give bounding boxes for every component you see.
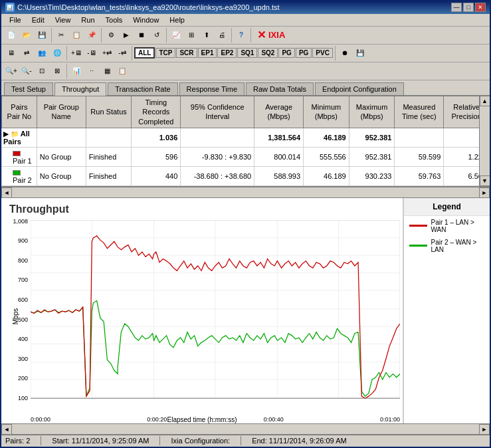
- restart-button[interactable]: ↺: [149, 28, 164, 43]
- status-sep3: [241, 436, 241, 445]
- proto-pvc[interactable]: PVC: [312, 48, 333, 58]
- proto-pg2[interactable]: PG: [296, 48, 312, 58]
- legend-btn[interactable]: 📋: [115, 64, 130, 78]
- table-button[interactable]: ⊞: [184, 28, 199, 43]
- h-scroll-track: [12, 187, 479, 197]
- cell-pair2-confidence: -38.680 : +38.680: [181, 166, 254, 185]
- zoom-in-btn[interactable]: 🔍+: [4, 64, 19, 78]
- zoom-select-btn[interactable]: ⊠: [50, 64, 64, 78]
- close-button[interactable]: ✕: [475, 3, 486, 12]
- sep6: [66, 46, 67, 60]
- stop-button[interactable]: ⏹: [134, 28, 149, 43]
- chart-scroll-right[interactable]: ►: [479, 424, 490, 435]
- paste-button[interactable]: 📌: [84, 28, 99, 43]
- proto-ep2[interactable]: EP2: [217, 48, 237, 58]
- group-icon[interactable]: 👥: [35, 46, 49, 60]
- proto-pg[interactable]: PG: [278, 48, 294, 58]
- bar-btn[interactable]: ▦: [100, 64, 114, 78]
- record-btn[interactable]: ⏺: [338, 46, 352, 60]
- tab-test-setup[interactable]: Test Setup: [4, 82, 53, 95]
- results-table: PairsPair No Pair GroupName Run Status T…: [1, 96, 490, 186]
- proto-scr[interactable]: SCR: [176, 48, 197, 58]
- menu-file[interactable]: File: [4, 15, 27, 25]
- ixia-logo: IXIA: [268, 30, 285, 40]
- table-row[interactable]: Pair 1 No Group Finished 596 -9.830 : +9…: [2, 147, 490, 166]
- tab-endpoint-config[interactable]: Endpoint Configuration: [315, 82, 404, 95]
- x-tick-60: 0:01:00: [380, 416, 400, 423]
- scroll-right-arrow[interactable]: ►: [479, 187, 490, 198]
- cell-timing-all: 1.036: [132, 128, 181, 147]
- save2-btn[interactable]: 💾: [353, 46, 367, 60]
- add-pair-btn[interactable]: +⇄: [100, 46, 114, 60]
- table-row[interactable]: Pair 2 No Group Finished 440 -38.680 : +…: [2, 166, 490, 185]
- maximize-button[interactable]: □: [463, 3, 474, 12]
- proto-sq2[interactable]: SQ2: [258, 48, 278, 58]
- remove-ep-btn[interactable]: -🖥: [84, 46, 99, 60]
- tab-transaction-rate[interactable]: Transaction Rate: [108, 82, 177, 95]
- title-bar-left: 📊 C:\Users\Tim\Desktop\wlan_tests\linksy…: [5, 3, 280, 12]
- legend-label-pair1: Pair 1 – LAN > WAN: [431, 219, 484, 233]
- tab-response-time[interactable]: Response Time: [179, 82, 245, 95]
- help-btn[interactable]: ?: [234, 28, 248, 43]
- proto-ep1[interactable]: EP1: [198, 48, 217, 58]
- copy-button[interactable]: 📋: [69, 28, 84, 43]
- open-button[interactable]: 📂: [19, 28, 34, 43]
- minimize-button[interactable]: —: [451, 3, 462, 12]
- cell-icon-all: ▶ 📁 All Pairs: [2, 128, 37, 147]
- table-wrapper: PairsPair No Pair GroupName Run Status T…: [1, 96, 490, 186]
- network-icon[interactable]: 🌐: [50, 46, 64, 60]
- scroll-left-arrow[interactable]: ◄: [1, 187, 12, 198]
- chart-h-scrollbar[interactable]: ◄ ►: [1, 423, 490, 434]
- scroll-up-arrow[interactable]: ▲: [480, 96, 490, 106]
- proto-all[interactable]: ALL: [134, 47, 155, 58]
- cell-max-all: 952.381: [349, 128, 395, 147]
- menu-help[interactable]: Help: [164, 15, 190, 25]
- remove-pair-btn[interactable]: -⇄: [115, 46, 130, 60]
- col-timing-records: Timing RecordsCompleted: [132, 96, 181, 128]
- menu-edit[interactable]: Edit: [27, 15, 50, 25]
- pair-icon[interactable]: ⇄: [19, 46, 34, 60]
- zoom-out-btn[interactable]: 🔍-: [19, 64, 34, 78]
- status-sep2: [159, 436, 160, 445]
- legend-panel: Legend Pair 1 – LAN > WAN Pair 2 – WAN >…: [403, 198, 490, 423]
- scatter-btn[interactable]: ⋅⋅: [84, 64, 99, 78]
- legend-item-pair2: Pair 2 – WAN > LAN: [404, 236, 490, 256]
- toolbar-3: 🔍+ 🔍- ⊡ ⊠ 📊 ⋅⋅ ▦ 📋: [1, 62, 490, 80]
- status-sep1: [41, 436, 41, 445]
- sep5: [250, 28, 251, 43]
- title-bar-buttons[interactable]: — □ ✕: [451, 3, 486, 12]
- y-label-700: 700: [18, 277, 28, 283]
- chart-title: Throughput: [1, 198, 403, 215]
- chart-scroll-left[interactable]: ◄: [1, 424, 12, 435]
- menu-view[interactable]: View: [50, 15, 76, 25]
- add-ep-btn[interactable]: +🖥: [69, 46, 84, 60]
- chart-svg: [31, 218, 400, 415]
- chart-button[interactable]: 📈: [169, 28, 183, 43]
- run-button[interactable]: ▶: [119, 28, 134, 43]
- cell-pair1-status: Finished: [86, 147, 132, 166]
- tab-throughput[interactable]: Throughput: [54, 82, 106, 96]
- menu-tools[interactable]: Tools: [100, 15, 128, 25]
- scroll-down-arrow[interactable]: ▼: [480, 175, 490, 186]
- menu-window[interactable]: Window: [128, 15, 164, 25]
- print-button[interactable]: 🖨: [215, 28, 229, 43]
- graph-type-btn[interactable]: 📊: [69, 64, 84, 78]
- cut-button[interactable]: ✂: [54, 28, 68, 43]
- cell-pair1-min: 555.556: [304, 147, 349, 166]
- export-button[interactable]: ⬆: [199, 28, 214, 43]
- table-scrollbar[interactable]: ▲ ▼: [479, 96, 490, 186]
- proto-sq1[interactable]: SQ1: [237, 48, 257, 58]
- y-label-900: 900: [18, 237, 28, 244]
- menu-run[interactable]: Run: [76, 15, 100, 25]
- settings-button[interactable]: ⚙: [104, 28, 118, 43]
- new-button[interactable]: 📄: [4, 28, 19, 43]
- save-button[interactable]: 💾: [35, 28, 49, 43]
- h-scrollbar[interactable]: ◄ ►: [1, 187, 490, 198]
- cell-pair1-no: Pair 1: [2, 147, 37, 166]
- fit-btn[interactable]: ⊡: [35, 64, 49, 78]
- col-confidence: 95% ConfidenceInterval: [181, 96, 254, 128]
- table-row[interactable]: ▶ 📁 All Pairs 1.036 1,381.564 46.189 952…: [2, 128, 490, 147]
- endpoint-icon[interactable]: 🖥: [4, 46, 19, 60]
- proto-tcp[interactable]: TCP: [155, 48, 175, 58]
- tab-raw-data[interactable]: Raw Data Totals: [246, 82, 314, 95]
